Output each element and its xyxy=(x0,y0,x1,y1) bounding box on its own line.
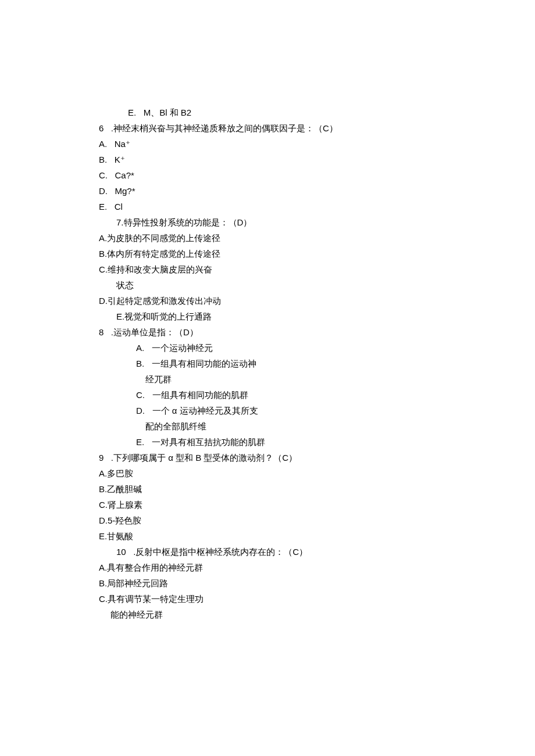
text-line: 7.特异性投射系统的功能是：（D） xyxy=(99,214,459,230)
text-line: C. 一组具有相同功能的肌群 xyxy=(99,387,459,403)
text-line: C.具有调节某一特定生理功 xyxy=(99,591,459,607)
text-line: A. 一个运动神经元 xyxy=(99,340,459,356)
text-line: E. Cl xyxy=(99,199,459,214)
text-line: A.多巴胺 xyxy=(99,465,459,481)
text-line: C.肾上腺素 xyxy=(99,497,459,513)
text-line: 配的全部肌纤维 xyxy=(99,418,459,434)
text-line: C.维持和改变大脑皮层的兴奋 xyxy=(99,261,459,277)
text-line: B.局部神经元回路 xyxy=(99,575,459,591)
text-line: D.引起特定感觉和激发传出冲动 xyxy=(99,293,459,309)
text-line: 状态 xyxy=(99,277,459,293)
text-line: E. M、Bl 和 B2 xyxy=(99,105,459,120)
text-line: B.乙酰胆碱 xyxy=(99,481,459,497)
text-line: 9 .下列哪项属于 α 型和 B 型受体的激动剂？（C） xyxy=(99,450,459,465)
text-line: 10 .反射中枢是指中枢神经系统内存在的：（C） xyxy=(99,544,459,560)
document-page: E. M、Bl 和 B2 6 .神经末梢兴奋与其神经递质释放之间的偶联因子是：（… xyxy=(0,0,535,739)
text-line: A.具有整合作用的神经元群 xyxy=(99,560,459,575)
text-line: D. 一个 α 运动神经元及其所支 xyxy=(99,403,459,418)
text-line: A. Na⁺ xyxy=(99,136,459,152)
text-line: D.5-羟色胺 xyxy=(99,513,459,528)
text-line: B. 一组具有相同功能的运动神 xyxy=(99,356,459,371)
text-line: B. K⁺ xyxy=(99,152,459,167)
text-line: 8 .运动单位是指：（D） xyxy=(99,324,459,340)
text-line: A.为皮肤的不同感觉的上传途径 xyxy=(99,230,459,246)
text-line: B.体内所有特定感觉的上传途径 xyxy=(99,246,459,261)
text-line: E. 一对具有相互拮抗功能的肌群 xyxy=(99,434,459,450)
text-line: E.视觉和听觉的上行通路 xyxy=(99,309,459,324)
text-line: E.甘氨酸 xyxy=(99,528,459,544)
text-line: D. Mg?* xyxy=(99,183,459,199)
text-line: 能的神经元群 xyxy=(99,607,459,622)
text-line: C. Ca?* xyxy=(99,167,459,183)
text-line: 6 .神经末梢兴奋与其神经递质释放之间的偶联因子是：（C） xyxy=(99,120,459,136)
text-line: 经兀群 xyxy=(99,371,459,387)
